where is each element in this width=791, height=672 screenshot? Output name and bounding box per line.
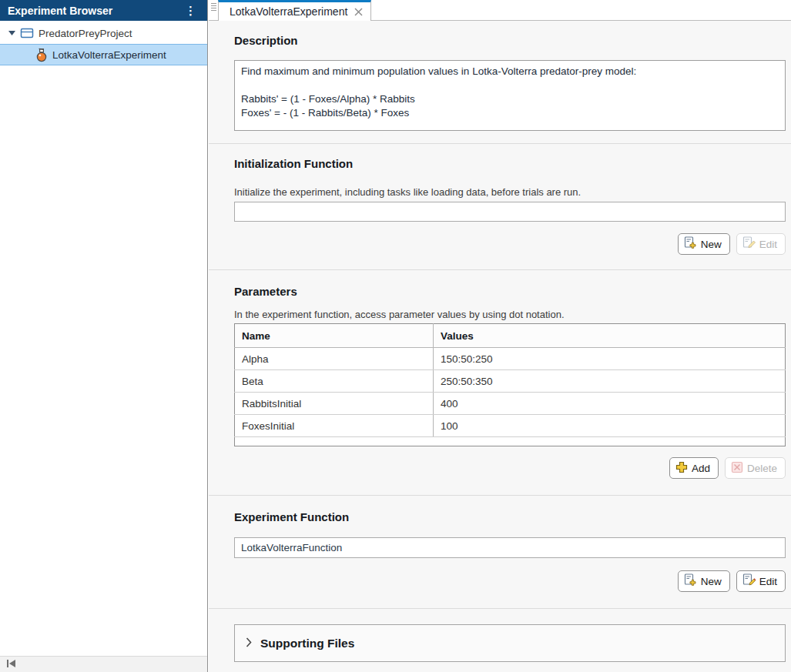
- button-label: Edit: [759, 576, 777, 587]
- experiment-label: LotkaVolterraExperiment: [52, 49, 166, 61]
- initialization-title: Initialization Function: [234, 157, 791, 171]
- experiment-form: Description Find maximum and minimum pop…: [209, 21, 791, 662]
- edit-pencil-icon: [742, 236, 756, 252]
- tree-expand-icon[interactable]: [6, 31, 17, 35]
- description-textarea[interactable]: Find maximum and minimum population valu…: [234, 60, 786, 131]
- button-label: Delete: [747, 463, 777, 474]
- button-label: New: [701, 576, 722, 587]
- section-divider: [209, 143, 791, 144]
- supporting-files-accordion[interactable]: Supporting Files: [234, 624, 786, 662]
- panel-grip-icon[interactable]: [209, 0, 218, 20]
- tree-item-experiment[interactable]: LotkaVolterraExperiment: [0, 44, 207, 65]
- project-tree: PredatorPreyProject LotkaVolterraExperim…: [0, 21, 207, 65]
- exp-new-button[interactable]: New: [678, 570, 730, 592]
- table-row[interactable]: RabbitsInitial 400: [235, 393, 786, 415]
- init-new-button[interactable]: New: [678, 233, 730, 255]
- tab-bar: LotkaVolterraExperiment: [209, 0, 791, 21]
- sidebar-footer: [0, 656, 207, 672]
- close-icon[interactable]: [354, 8, 363, 16]
- section-divider: [209, 269, 791, 270]
- button-label: New: [701, 239, 722, 250]
- tab-label: LotkaVolterraExperiment: [230, 5, 347, 18]
- plus-icon: [675, 461, 688, 476]
- table-row[interactable]: Alpha 150:50:250: [235, 348, 786, 370]
- panel-title: Experiment Browser: [8, 5, 180, 17]
- delete-parameter-button: Delete: [725, 457, 786, 479]
- initialization-buttons: New Edit: [234, 233, 786, 255]
- experiment-function-buttons: New Edit: [234, 570, 786, 592]
- chevron-right-icon: [246, 637, 252, 650]
- button-label: Edit: [759, 239, 777, 250]
- edit-pencil-icon: [742, 573, 756, 589]
- param-name-cell[interactable]: RabbitsInitial: [235, 393, 434, 415]
- initialization-help: Initialize the experiment, including tas…: [234, 186, 791, 199]
- experiment-function-title: Experiment Function: [234, 510, 791, 524]
- param-name-cell[interactable]: Alpha: [235, 348, 434, 370]
- section-divider: [209, 495, 791, 496]
- project-box-icon: [20, 27, 34, 39]
- description-title: Description: [234, 34, 791, 48]
- param-values-cell[interactable]: 100: [434, 415, 786, 437]
- new-script-icon: [684, 573, 697, 589]
- init-edit-button: Edit: [736, 233, 786, 255]
- project-label: PredatorPreyProject: [39, 28, 132, 39]
- new-script-icon: [684, 236, 697, 252]
- experiment-browser-header: Experiment Browser ⋮: [0, 0, 207, 21]
- tab-lotkavolterraexperiment[interactable]: LotkaVolterraExperiment: [218, 0, 371, 21]
- column-header-values[interactable]: Values: [434, 324, 786, 348]
- table-header-row: Name Values: [235, 324, 786, 348]
- param-values-cell[interactable]: 250:50:350: [434, 370, 786, 393]
- experiment-function-input[interactable]: [234, 537, 786, 558]
- tree-item-project[interactable]: PredatorPreyProject: [0, 22, 207, 44]
- parameters-title: Parameters: [234, 285, 791, 299]
- experiment-flask-icon: [35, 48, 48, 62]
- table-empty-row: [235, 437, 786, 446]
- parameters-help: In the experiment function, access param…: [234, 309, 791, 321]
- table-row[interactable]: FoxesInitial 100: [235, 415, 786, 437]
- section-divider: [209, 608, 791, 609]
- experiment-browser-panel: Experiment Browser ⋮ PredatorPreyProject: [0, 0, 208, 672]
- parameters-table: Name Values Alpha 150:50:250 Beta 250:50…: [234, 323, 786, 446]
- button-label: Add: [692, 463, 710, 474]
- collapse-panel-icon[interactable]: [6, 657, 17, 671]
- supporting-files-title: Supporting Files: [260, 637, 354, 650]
- delete-x-icon: [731, 461, 743, 476]
- experiment-editor-panel: LotkaVolterraExperiment Description Find…: [209, 0, 791, 672]
- initialization-function-input[interactable]: [234, 202, 786, 222]
- param-name-cell[interactable]: FoxesInitial: [235, 415, 434, 437]
- exp-edit-button[interactable]: Edit: [736, 570, 786, 592]
- parameters-buttons: Add Delete: [234, 457, 786, 479]
- add-parameter-button[interactable]: Add: [669, 457, 719, 479]
- param-name-cell[interactable]: Beta: [235, 370, 434, 393]
- column-header-name[interactable]: Name: [235, 324, 434, 348]
- param-values-cell[interactable]: 400: [434, 393, 786, 415]
- param-values-cell[interactable]: 150:50:250: [434, 348, 786, 370]
- panel-menu-icon[interactable]: ⋮: [180, 5, 201, 16]
- table-row[interactable]: Beta 250:50:350: [235, 370, 786, 393]
